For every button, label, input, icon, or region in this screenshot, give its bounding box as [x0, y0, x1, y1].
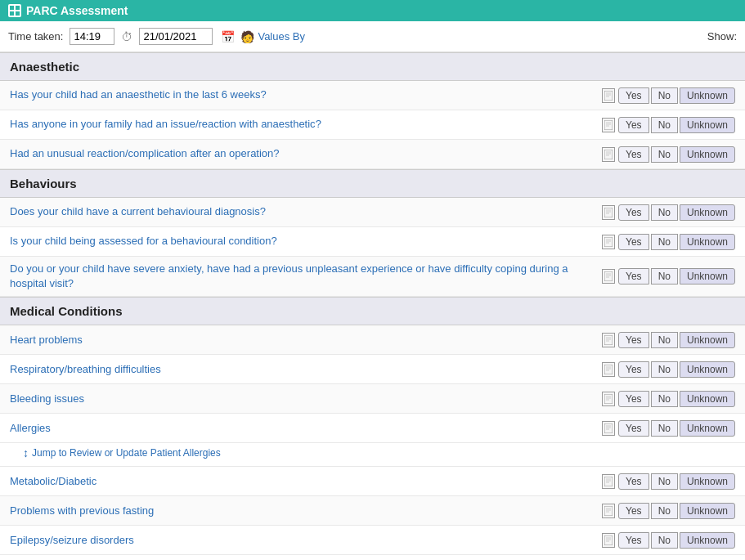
btn-unknown-q1[interactable]: Unknown — [680, 87, 735, 104]
btn-group-q3: YesNoUnknown — [618, 146, 735, 163]
btn-unknown-q9[interactable]: Unknown — [680, 391, 735, 407]
btn-yes-q9[interactable]: Yes — [618, 391, 649, 407]
btn-no-q2[interactable]: No — [651, 117, 678, 133]
doc-icon-q1[interactable] — [602, 88, 615, 103]
calendar-icon[interactable]: 📅 — [221, 30, 234, 43]
doc-icon-q2[interactable] — [602, 118, 615, 132]
svg-rect-24 — [604, 271, 613, 281]
btn-yes-q4[interactable]: Yes — [618, 204, 649, 221]
person-icon: 🧑 — [240, 30, 254, 43]
btn-unknown-q7[interactable]: Unknown — [680, 332, 735, 348]
btn-no-q9[interactable]: No — [651, 391, 678, 407]
btn-no-q1[interactable]: No — [651, 87, 678, 104]
btn-yes-q6[interactable]: Yes — [618, 268, 649, 284]
question-text-q8: Respiratory/breathing difficulties — [10, 362, 602, 377]
svg-rect-4 — [604, 91, 613, 101]
doc-icon-q6[interactable] — [602, 269, 615, 284]
date-input[interactable] — [139, 28, 213, 45]
btn-yes-q5[interactable]: Yes — [618, 234, 649, 250]
section-header-medical-conditions: Medical Conditions — [0, 297, 745, 325]
svg-rect-32 — [604, 365, 613, 374]
section-header-behaviours: Behaviours — [0, 169, 745, 198]
doc-icon-q11[interactable] — [602, 474, 615, 489]
btn-unknown-q11[interactable]: Unknown — [680, 473, 735, 490]
svg-rect-1 — [16, 6, 20, 10]
btn-yes-q12[interactable]: Yes — [618, 503, 649, 519]
doc-icon-q9[interactable] — [602, 392, 615, 406]
btn-yes-q3[interactable]: Yes — [618, 146, 649, 163]
svg-rect-36 — [604, 394, 613, 404]
values-by-link[interactable]: 🧑 Values By — [240, 30, 305, 43]
btn-yes-q13[interactable]: Yes — [618, 532, 649, 549]
btn-unknown-q2[interactable]: Unknown — [680, 117, 735, 133]
question-text-q4: Does your child have a current behaviour… — [10, 204, 602, 219]
svg-rect-2 — [10, 11, 14, 16]
svg-rect-40 — [604, 423, 613, 433]
clock-icon: ⏱ — [121, 30, 132, 43]
btn-group-q5: YesNoUnknown — [618, 234, 735, 250]
btn-unknown-q5[interactable]: Unknown — [680, 234, 735, 250]
btn-no-q10[interactable]: No — [651, 420, 678, 437]
btn-no-q6[interactable]: No — [651, 268, 678, 284]
toolbar: Time taken: ⏱ 📅 🧑 Values By Show: — [0, 21, 745, 52]
svg-rect-12 — [604, 150, 613, 159]
btn-group-q13: YesNoUnknown — [618, 532, 735, 549]
question-row-q10: AllergiesYesNoUnknown — [0, 414, 745, 443]
svg-rect-0 — [10, 6, 14, 10]
question-text-q11: Metabolic/Diabetic — [10, 474, 602, 489]
btn-group-q11: YesNoUnknown — [618, 473, 735, 490]
question-row-q2: Has anyone in your family had an issue/r… — [0, 110, 745, 140]
question-row-q3: Had an unusual reaction/complication aft… — [0, 140, 745, 169]
question-row-q7: Heart problemsYesNoUnknown — [0, 325, 745, 355]
question-text-q13: Epilepsy/seizure disorders — [10, 533, 602, 548]
btn-yes-q1[interactable]: Yes — [618, 87, 649, 104]
svg-rect-44 — [604, 477, 613, 486]
content-area: AnaestheticHas your child had an anaesth… — [0, 52, 745, 559]
doc-icon-q10[interactable] — [602, 421, 615, 436]
doc-icon-q13[interactable] — [602, 533, 615, 548]
jump-arrow-icon: ↕ — [23, 446, 29, 459]
btn-unknown-q6[interactable]: Unknown — [680, 268, 735, 284]
btn-yes-q7[interactable]: Yes — [618, 332, 649, 348]
btn-yes-q10[interactable]: Yes — [618, 420, 649, 437]
doc-icon-q7[interactable] — [602, 333, 615, 347]
time-input[interactable] — [70, 28, 114, 45]
doc-icon-q3[interactable] — [602, 147, 615, 162]
btn-unknown-q10[interactable]: Unknown — [680, 420, 735, 437]
btn-no-q3[interactable]: No — [651, 146, 678, 163]
question-text-q12: Problems with previous fasting — [10, 504, 602, 518]
btn-no-q13[interactable]: No — [651, 532, 678, 549]
svg-rect-20 — [604, 237, 613, 247]
btn-no-q12[interactable]: No — [651, 503, 678, 519]
btn-no-q11[interactable]: No — [651, 473, 678, 490]
question-row-q8: Respiratory/breathing difficultiesYesNoU… — [0, 355, 745, 384]
doc-icon-q4[interactable] — [602, 205, 615, 220]
btn-group-q8: YesNoUnknown — [618, 361, 735, 378]
btn-yes-q8[interactable]: Yes — [618, 361, 649, 378]
btn-no-q5[interactable]: No — [651, 234, 678, 250]
doc-icon-q5[interactable] — [602, 235, 615, 249]
btn-unknown-q12[interactable]: Unknown — [680, 503, 735, 519]
btn-unknown-q13[interactable]: Unknown — [680, 532, 735, 549]
btn-unknown-q4[interactable]: Unknown — [680, 204, 735, 221]
btn-no-q4[interactable]: No — [651, 204, 678, 221]
btn-unknown-q3[interactable]: Unknown — [680, 146, 735, 163]
btn-no-q7[interactable]: No — [651, 332, 678, 348]
btn-unknown-q8[interactable]: Unknown — [680, 361, 735, 378]
question-text-q3: Had an unusual reaction/complication aft… — [10, 146, 602, 161]
svg-rect-48 — [604, 506, 613, 516]
jump-link-allergies[interactable]: ↕ Jump to Review or Update Patient Aller… — [23, 446, 735, 459]
app-icon — [8, 4, 21, 17]
btn-no-q8[interactable]: No — [651, 361, 678, 378]
doc-icon-q12[interactable] — [602, 504, 615, 518]
question-text-q2: Has anyone in your family had an issue/r… — [10, 117, 602, 132]
btn-yes-q2[interactable]: Yes — [618, 117, 649, 133]
svg-rect-16 — [604, 208, 613, 217]
question-row-q13: Epilepsy/seizure disordersYesNoUnknown — [0, 526, 745, 555]
btn-yes-q11[interactable]: Yes — [618, 473, 649, 490]
doc-icon-q8[interactable] — [602, 362, 615, 377]
btn-group-q7: YesNoUnknown — [618, 332, 735, 348]
question-row-q5: Is your child being assessed for a behav… — [0, 227, 745, 257]
jump-row-q10: ↕ Jump to Review or Update Patient Aller… — [0, 443, 745, 467]
time-taken-label: Time taken: — [8, 30, 63, 43]
